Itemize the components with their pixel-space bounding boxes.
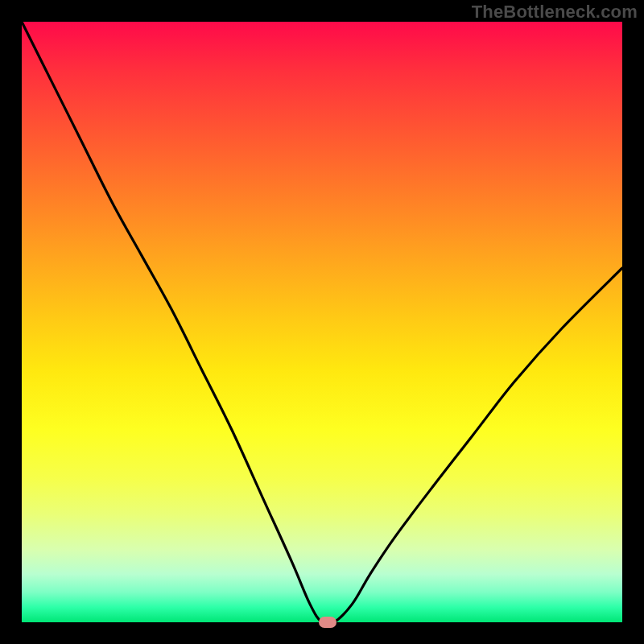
chart-frame: TheBottleneck.com: [0, 0, 644, 644]
watermark-text: TheBottleneck.com: [472, 2, 638, 23]
plot-area: [22, 22, 622, 622]
curve-path: [22, 22, 622, 625]
optimal-marker: [319, 617, 336, 628]
bottleneck-curve: [22, 22, 622, 622]
